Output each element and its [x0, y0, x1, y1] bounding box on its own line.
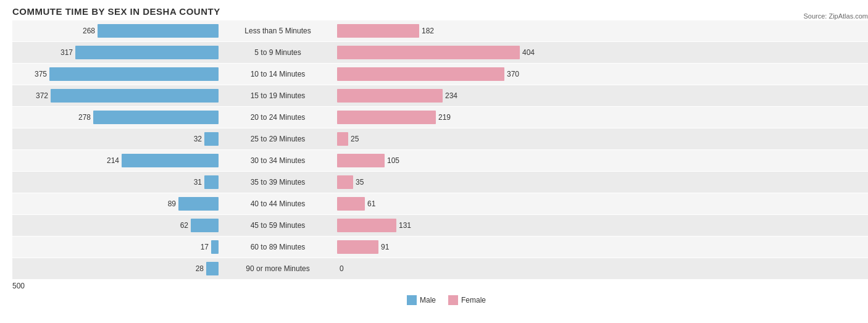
- legend-female: Female: [448, 295, 486, 305]
- male-bar: [75, 46, 219, 59]
- female-value: 182: [422, 27, 434, 35]
- category-label: 15 to 19 Minutes: [222, 91, 333, 100]
- category-label: 40 to 44 Minutes: [222, 199, 333, 208]
- female-bar: [337, 219, 396, 232]
- table-row: 3135 to 39 Minutes35: [12, 172, 868, 193]
- right-section: 91: [333, 240, 543, 254]
- female-bar: [337, 240, 378, 254]
- female-bar: [337, 111, 436, 124]
- category-label: 60 to 89 Minutes: [222, 243, 333, 251]
- male-bar: [122, 154, 219, 167]
- category-label: 20 to 24 Minutes: [222, 113, 333, 122]
- left-section: 317: [12, 46, 222, 59]
- male-bar: [204, 132, 219, 146]
- right-section: 25: [333, 132, 543, 146]
- axis-label-right: 500: [670, 282, 868, 290]
- female-value: 131: [399, 221, 411, 230]
- table-row: 8940 to 44 Minutes61: [12, 193, 868, 214]
- female-legend-label: Female: [461, 296, 486, 304]
- male-legend-box: [407, 295, 417, 305]
- left-section: 268: [12, 24, 222, 38]
- table-row: 37215 to 19 Minutes234: [12, 85, 868, 106]
- table-row: 3175 to 9 Minutes404: [12, 42, 868, 63]
- male-value: 32: [194, 135, 202, 143]
- category-label: Less than 5 Minutes: [222, 27, 333, 35]
- female-value: 105: [387, 156, 399, 165]
- chart-title: COMMUTE TIME BY SEX IN DESHA COUNTY: [12, 6, 868, 17]
- left-section: 28: [12, 262, 222, 275]
- right-section: 234: [333, 89, 543, 103]
- left-section: 214: [12, 154, 222, 167]
- female-bar: [337, 46, 520, 59]
- right-section: 182: [333, 24, 543, 38]
- female-value: 370: [507, 70, 519, 78]
- left-section: 372: [12, 89, 222, 103]
- male-bar: [51, 89, 219, 103]
- table-row: 37510 to 14 Minutes370: [12, 64, 868, 85]
- table-row: 2890 or more Minutes0: [12, 258, 868, 279]
- male-value: 62: [180, 221, 188, 230]
- table-row: 1760 to 89 Minutes91: [12, 237, 868, 258]
- axis-label-left: 500: [12, 282, 222, 290]
- category-label: 30 to 34 Minutes: [222, 156, 333, 165]
- female-legend-box: [448, 295, 458, 305]
- male-bar: [93, 111, 219, 124]
- male-bar: [178, 197, 219, 211]
- male-value: 31: [194, 178, 202, 187]
- category-label: 10 to 14 Minutes: [222, 70, 333, 78]
- female-bar: [337, 154, 385, 167]
- source-label: Source: ZipAtlas.com: [803, 12, 868, 20]
- female-value: 61: [367, 199, 375, 208]
- category-label: 35 to 39 Minutes: [222, 178, 333, 187]
- left-section: 278: [12, 111, 222, 124]
- left-section: 17: [12, 240, 222, 254]
- table-row: 6245 to 59 Minutes131: [12, 215, 868, 236]
- right-section: 35: [333, 175, 543, 189]
- male-bar: [191, 219, 219, 232]
- table-row: 27820 to 24 Minutes219: [12, 107, 868, 128]
- male-value: 89: [168, 199, 176, 208]
- female-bar: [337, 197, 365, 211]
- table-row: 21430 to 34 Minutes105: [12, 150, 868, 171]
- female-value: 25: [351, 135, 359, 143]
- legend-male: Male: [407, 295, 436, 305]
- female-value: 35: [356, 178, 364, 187]
- male-value: 278: [78, 113, 91, 122]
- right-section: 0: [333, 262, 543, 275]
- male-value: 372: [36, 91, 48, 100]
- female-bar: [337, 89, 443, 103]
- male-value: 375: [35, 70, 47, 78]
- right-section: 219: [333, 111, 543, 124]
- right-section: 404: [333, 46, 543, 59]
- table-row: 268Less than 5 Minutes182: [12, 20, 868, 41]
- male-value: 214: [107, 156, 119, 165]
- table-row: 3225 to 29 Minutes25: [12, 128, 868, 149]
- category-label: 45 to 59 Minutes: [222, 221, 333, 230]
- male-bar: [206, 262, 219, 275]
- right-section: 61: [333, 197, 543, 211]
- left-section: 89: [12, 197, 222, 211]
- right-section: 105: [333, 154, 543, 167]
- category-label: 25 to 29 Minutes: [222, 135, 333, 143]
- left-section: 375: [12, 67, 222, 81]
- female-value: 404: [522, 48, 535, 57]
- male-bar: [211, 240, 219, 254]
- female-bar: [337, 175, 353, 189]
- male-bar: [204, 175, 219, 189]
- male-legend-label: Male: [420, 296, 436, 304]
- right-section: 370: [333, 67, 543, 81]
- male-value: 317: [61, 48, 73, 57]
- category-label: 5 to 9 Minutes: [222, 48, 333, 57]
- female-value: 234: [445, 91, 457, 100]
- female-bar: [337, 24, 419, 38]
- right-section: 131: [333, 219, 543, 232]
- female-value: 91: [381, 243, 389, 251]
- category-label: 90 or more Minutes: [222, 264, 333, 273]
- female-bar: [337, 67, 504, 81]
- female-value: 0: [340, 264, 344, 273]
- male-value: 268: [83, 27, 95, 35]
- left-section: 31: [12, 175, 222, 189]
- male-value: 17: [201, 243, 209, 251]
- left-section: 32: [12, 132, 222, 146]
- male-value: 28: [196, 264, 204, 273]
